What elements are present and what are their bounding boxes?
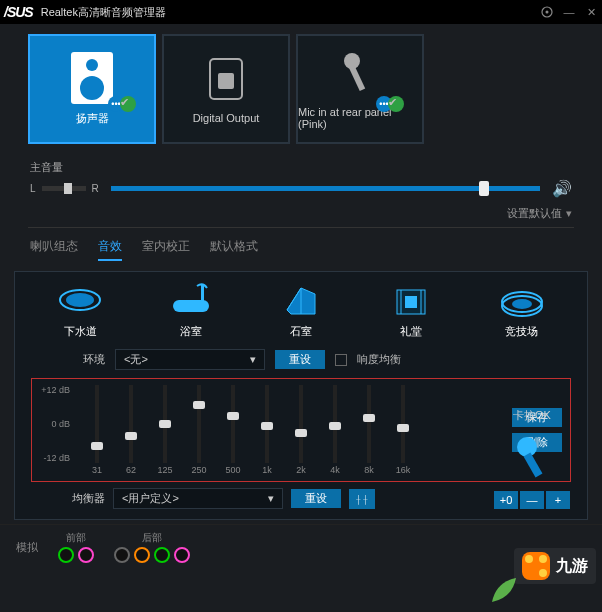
close-button[interactable]: ✕ <box>584 5 598 19</box>
device-label: Digital Output <box>193 112 260 124</box>
volume-icon[interactable]: 🔊 <box>552 179 572 198</box>
device-speaker[interactable]: •••✔ 扬声器 <box>28 34 156 144</box>
status-ok-icon: •••✔ <box>108 96 136 112</box>
jack-front-green[interactable] <box>58 547 74 563</box>
balance-l: L <box>30 183 36 194</box>
digital-output-icon <box>201 54 251 104</box>
eq-band-250[interactable]: 250 <box>184 385 214 475</box>
device-label: 扬声器 <box>76 111 109 126</box>
karaoke-section: 卡拉OK +0 — + <box>484 408 580 509</box>
key-zero-button[interactable]: +0 <box>494 491 518 509</box>
jack-rear-pink[interactable] <box>174 547 190 563</box>
device-row: •••✔ 扬声器 Digital Output •••✔ Mic in at r… <box>0 24 602 154</box>
svg-point-3 <box>86 59 98 71</box>
jack-front-pink[interactable] <box>78 547 94 563</box>
reset-env-button[interactable]: 重设 <box>275 350 325 369</box>
eq-freq-label: 2k <box>296 465 306 475</box>
key-plus-button[interactable]: + <box>546 491 570 509</box>
svg-point-10 <box>66 293 94 307</box>
svg-rect-14 <box>405 296 417 308</box>
tab-speaker-config[interactable]: 喇叭组态 <box>30 238 78 261</box>
preset-auditorium[interactable]: 礼堂 <box>387 280 435 339</box>
volume-title: 主音量 <box>30 160 572 175</box>
equalizer-select[interactable]: <用户定义>▾ <box>113 488 283 509</box>
footer: 模拟 前部 后部 <box>0 524 602 569</box>
eq-band-8k[interactable]: 8k <box>354 385 384 475</box>
environment-label: 环境 <box>45 352 105 367</box>
eq-freq-label: 1k <box>262 465 272 475</box>
eq-freq-label: 250 <box>191 465 206 475</box>
equalizer-label: 均衡器 <box>45 491 105 506</box>
microphone-icon <box>335 48 385 98</box>
loudness-checkbox[interactable] <box>335 354 347 366</box>
window-title: Realtek高清晰音频管理器 <box>41 5 540 20</box>
environment-select[interactable]: <无>▾ <box>115 349 265 370</box>
eq-freq-label: 31 <box>92 465 102 475</box>
tab-default-format[interactable]: 默认格式 <box>210 238 258 261</box>
settings-icon[interactable] <box>540 5 554 19</box>
karaoke-mic-icon[interactable] <box>507 431 557 481</box>
eq-freq-label: 16k <box>396 465 411 475</box>
reset-eq-button[interactable]: 重设 <box>291 489 341 508</box>
chevron-down-icon: ▾ <box>268 492 274 505</box>
speaker-icon <box>67 53 117 103</box>
9game-icon <box>522 552 550 580</box>
set-default-dropdown[interactable]: 设置默认值 <box>507 206 562 221</box>
preset-sewer[interactable]: 下水道 <box>56 280 104 339</box>
eq-band-125[interactable]: 125 <box>150 385 180 475</box>
minimize-button[interactable]: — <box>562 5 576 19</box>
eq-freq-label: 125 <box>157 465 172 475</box>
eq-sliders-icon[interactable]: ⟊⟊ <box>349 489 375 509</box>
svg-point-1 <box>546 11 549 14</box>
svg-point-18 <box>517 437 537 457</box>
loudness-label: 响度均衡 <box>357 352 401 367</box>
karaoke-title: 卡拉OK <box>484 408 580 423</box>
jack-rear-black[interactable] <box>114 547 130 563</box>
svg-rect-8 <box>349 65 365 91</box>
eq-scale: +12 dB 0 dB -12 dB <box>40 385 72 463</box>
balance-slider[interactable] <box>42 186 86 191</box>
eq-band-31[interactable]: 31 <box>82 385 112 475</box>
chevron-down-icon[interactable]: ▾ <box>566 207 572 220</box>
chevron-down-icon: ▾ <box>250 353 256 366</box>
svg-point-17 <box>512 299 532 309</box>
eq-band-500[interactable]: 500 <box>218 385 248 475</box>
jack-rear-green[interactable] <box>154 547 170 563</box>
asus-logo: /SUS <box>4 4 33 20</box>
eq-freq-label: 4k <box>330 465 340 475</box>
volume-slider[interactable] <box>111 186 540 191</box>
eq-band-1k[interactable]: 1k <box>252 385 282 475</box>
tab-room-correction[interactable]: 室内校正 <box>142 238 190 261</box>
preset-bathroom[interactable]: 浴室 <box>167 280 215 339</box>
eq-freq-label: 500 <box>225 465 240 475</box>
device-mic[interactable]: •••✔ Mic in at rear panel (Pink) <box>296 34 424 144</box>
analog-label: 模拟 <box>16 540 38 555</box>
eq-band-4k[interactable]: 4k <box>320 385 350 475</box>
preset-row: 下水道 浴室 石室 礼堂 竞技场 <box>25 280 577 339</box>
key-minus-button[interactable]: — <box>520 491 544 509</box>
preset-arena[interactable]: 竞技场 <box>498 280 546 339</box>
eq-freq-label: 62 <box>126 465 136 475</box>
eq-band-2k[interactable]: 2k <box>286 385 316 475</box>
svg-point-4 <box>80 76 104 100</box>
tabs: 喇叭组态 音效 室内校正 默认格式 <box>0 228 602 269</box>
svg-rect-6 <box>218 73 234 89</box>
main-volume: 主音量 L R 🔊 <box>0 154 602 200</box>
svg-rect-19 <box>524 453 543 478</box>
watermark-text: 九游 <box>556 556 588 577</box>
device-digital[interactable]: Digital Output <box>162 34 290 144</box>
eq-band-62[interactable]: 62 <box>116 385 146 475</box>
tab-sound-effects[interactable]: 音效 <box>98 238 122 261</box>
eq-freq-label: 8k <box>364 465 374 475</box>
watermark: 九游 <box>514 548 596 584</box>
balance-r: R <box>92 183 99 194</box>
preset-stone-room[interactable]: 石室 <box>277 280 325 339</box>
status-ok-icon: •••✔ <box>376 96 404 112</box>
svg-rect-12 <box>201 284 204 302</box>
jack-rear-orange[interactable] <box>134 547 150 563</box>
jacks-front: 前部 <box>58 531 94 563</box>
jacks-rear: 后部 <box>114 531 190 563</box>
titlebar: /SUS Realtek高清晰音频管理器 — ✕ <box>0 0 602 24</box>
eq-band-16k[interactable]: 16k <box>388 385 418 475</box>
